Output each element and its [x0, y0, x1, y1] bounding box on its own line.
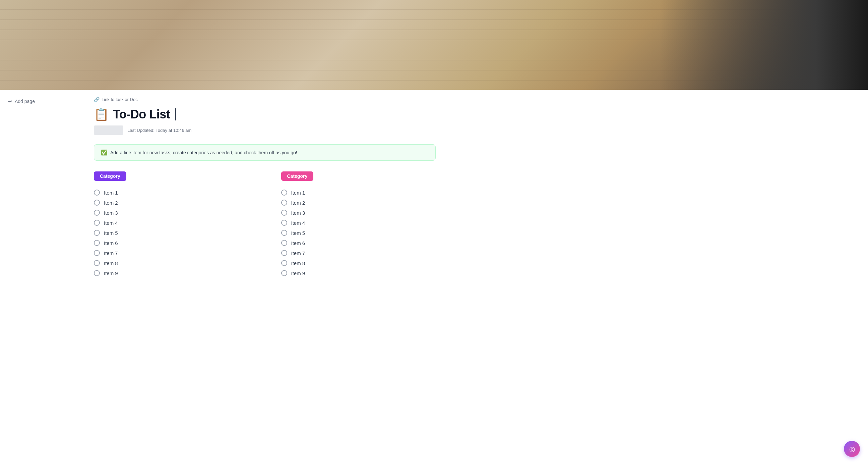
- item-label: Item 3: [104, 210, 118, 216]
- checklist-radio[interactable]: [94, 200, 100, 206]
- item-label: Item 2: [291, 200, 305, 206]
- list-item: Item 4: [281, 218, 436, 228]
- checklist-right: Item 1 Item 2 Item 3 Item 4: [281, 187, 436, 278]
- item-label: Item 8: [291, 260, 305, 266]
- list-item: Item 9: [281, 268, 436, 278]
- updated-text: Last Updated: Today at 10:46 am: [127, 128, 191, 133]
- item-label: Item 1: [104, 190, 118, 196]
- list-item: Item 2: [281, 198, 436, 208]
- add-page-icon: ↩: [8, 99, 12, 104]
- list-item: Item 5: [94, 228, 249, 238]
- hero-banner: [0, 0, 868, 90]
- item-label: Item 3: [291, 210, 305, 216]
- checklist-radio[interactable]: [94, 190, 100, 196]
- checklist-radio[interactable]: [94, 270, 100, 276]
- avatar: [94, 125, 123, 135]
- list-item: Item 8: [281, 258, 436, 268]
- updated-row: Last Updated: Today at 10:46 am: [94, 125, 436, 135]
- list-item: Item 7: [281, 248, 436, 258]
- list-item: Item 1: [281, 187, 436, 198]
- add-page-button[interactable]: ↩ Add page: [5, 97, 75, 106]
- checklist-radio[interactable]: [94, 230, 100, 236]
- list-item: Item 2: [94, 198, 249, 208]
- banner-icon: ✅: [101, 149, 107, 156]
- document-area: 🔗 Link to task or Doc 📋 To-Do List Last …: [81, 90, 449, 292]
- info-banner: ✅ Add a line item for new tasks, create …: [94, 144, 436, 161]
- category-badge-left[interactable]: Category: [94, 171, 126, 181]
- link-to-task-label: Link to task or Doc: [101, 97, 138, 102]
- checklist-radio[interactable]: [281, 220, 287, 226]
- checklist-radio[interactable]: [94, 240, 100, 246]
- list-item: Item 7: [94, 248, 249, 258]
- list-item: Item 3: [94, 208, 249, 218]
- updated-time: Today at 10:46 am: [155, 128, 191, 133]
- banner-text: Add a line item for new tasks, create ca…: [110, 150, 297, 155]
- list-item: Item 9: [94, 268, 249, 278]
- item-label: Item 7: [291, 250, 305, 256]
- checklist-radio[interactable]: [281, 240, 287, 246]
- category-badge-right[interactable]: Category: [281, 171, 314, 181]
- link-icon: 🔗: [94, 97, 99, 102]
- link-to-task[interactable]: 🔗 Link to task or Doc: [94, 97, 436, 102]
- item-label: Item 2: [104, 200, 118, 206]
- checklist-radio[interactable]: [94, 220, 100, 226]
- item-label: Item 4: [104, 220, 118, 226]
- item-label: Item 4: [291, 220, 305, 226]
- checklist-radio[interactable]: [281, 210, 287, 216]
- title-emoji: 📋: [94, 108, 109, 120]
- item-label: Item 1: [291, 190, 305, 196]
- checklist-left: Item 1 Item 2 Item 3 Item 4: [94, 187, 249, 278]
- checklist-radio[interactable]: [281, 190, 287, 196]
- list-item: Item 6: [94, 238, 249, 248]
- help-icon: ◎: [849, 445, 855, 453]
- text-cursor: [175, 108, 176, 120]
- list-item: Item 3: [281, 208, 436, 218]
- checklist-radio[interactable]: [94, 210, 100, 216]
- item-label: Item 7: [104, 250, 118, 256]
- column-left: Category Item 1 Item 2 Item 3: [94, 171, 249, 278]
- checklist-radio[interactable]: [281, 200, 287, 206]
- list-item: Item 8: [94, 258, 249, 268]
- item-label: Item 9: [291, 270, 305, 276]
- list-item: Item 5: [281, 228, 436, 238]
- item-label: Item 8: [104, 260, 118, 266]
- title-row: 📋 To-Do List: [94, 107, 436, 121]
- page-title[interactable]: To-Do List: [113, 107, 170, 121]
- column-right: Category Item 1 Item 2 Item 3: [281, 171, 436, 278]
- list-item: Item 6: [281, 238, 436, 248]
- list-item: Item 4: [94, 218, 249, 228]
- item-label: Item 5: [291, 230, 305, 236]
- item-label: Item 6: [104, 240, 118, 246]
- columns-container: Category Item 1 Item 2 Item 3: [94, 171, 436, 278]
- checklist-radio[interactable]: [94, 260, 100, 266]
- checklist-radio[interactable]: [281, 270, 287, 276]
- checklist-radio[interactable]: [94, 250, 100, 256]
- column-divider: [265, 171, 265, 278]
- item-label: Item 5: [104, 230, 118, 236]
- updated-label: Last Updated:: [127, 128, 155, 133]
- list-item: Item 1: [94, 187, 249, 198]
- checklist-radio[interactable]: [281, 260, 287, 266]
- checklist-radio[interactable]: [281, 250, 287, 256]
- help-button[interactable]: ◎: [844, 441, 860, 457]
- item-label: Item 6: [291, 240, 305, 246]
- item-label: Item 9: [104, 270, 118, 276]
- checklist-radio[interactable]: [281, 230, 287, 236]
- add-page-label: Add page: [15, 99, 35, 104]
- sidebar: ↩ Add page: [0, 90, 81, 292]
